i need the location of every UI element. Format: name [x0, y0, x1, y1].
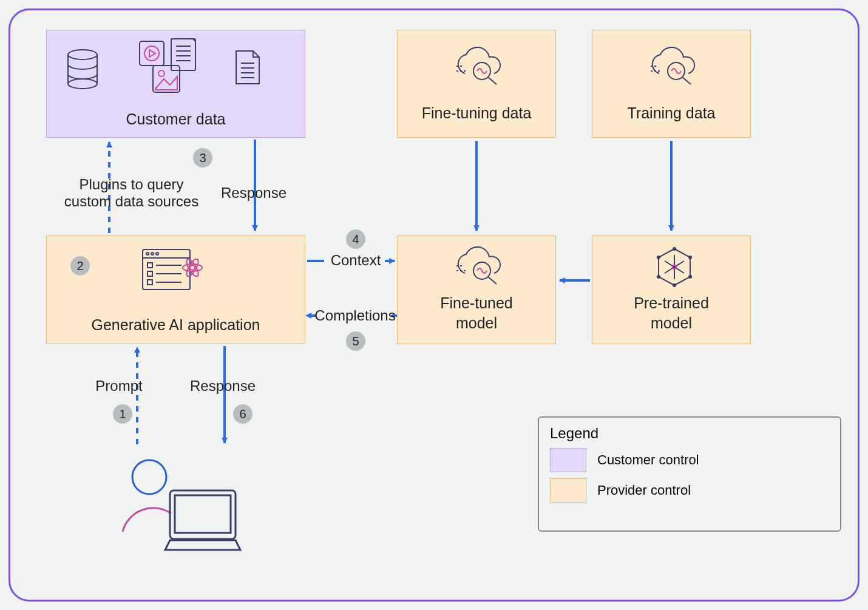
node-label: Pre-trained model — [634, 293, 709, 335]
multimedia-files-icon — [135, 36, 202, 97]
svg-rect-51 — [170, 490, 236, 539]
svg-point-27 — [190, 265, 195, 270]
svg-point-11 — [158, 70, 164, 76]
legend-box: Legend Customer control Provider control — [538, 416, 841, 532]
document-icon — [229, 44, 266, 91]
node-label: Customer data — [126, 109, 226, 129]
node-label: Fine-tuning data — [422, 103, 532, 123]
svg-marker-9 — [149, 50, 155, 57]
cloud-search-icon — [448, 245, 509, 287]
user-laptop-icon — [112, 453, 245, 562]
legend-row-customer: Customer control — [550, 448, 829, 472]
svg-line-42 — [682, 77, 691, 84]
legend-row-provider: Provider control — [550, 478, 829, 503]
svg-rect-52 — [175, 495, 231, 533]
legend-title: Legend — [550, 425, 829, 442]
svg-rect-25 — [147, 280, 152, 285]
svg-rect-7 — [140, 41, 164, 66]
database-icon — [58, 45, 107, 93]
cloud-search-icon — [448, 45, 509, 87]
app-ui-icon — [136, 244, 209, 296]
chip-brain-icon — [647, 245, 702, 289]
diagram-frame: Customer data Generative AI application … — [0, 0, 868, 610]
legend-swatch-provider — [550, 478, 586, 503]
svg-line-34 — [488, 77, 497, 84]
svg-rect-21 — [147, 263, 152, 268]
svg-rect-16 — [143, 249, 190, 290]
svg-point-1 — [68, 79, 97, 89]
node-label: Fine-tuned model — [440, 293, 513, 335]
svg-point-0 — [68, 50, 97, 59]
legend-label-provider: Provider control — [597, 483, 691, 498]
svg-point-18 — [146, 252, 149, 255]
legend-label-customer: Customer control — [597, 452, 699, 468]
svg-point-20 — [156, 252, 158, 255]
legend-swatch-customer — [550, 448, 586, 472]
node-label: Generative AI application — [92, 315, 260, 335]
svg-point-19 — [151, 252, 154, 255]
svg-line-38 — [488, 277, 497, 284]
svg-rect-23 — [147, 271, 152, 276]
svg-point-8 — [144, 46, 159, 61]
node-label: Training data — [628, 103, 716, 123]
cloud-search-icon — [642, 45, 703, 87]
svg-point-50 — [132, 460, 166, 494]
